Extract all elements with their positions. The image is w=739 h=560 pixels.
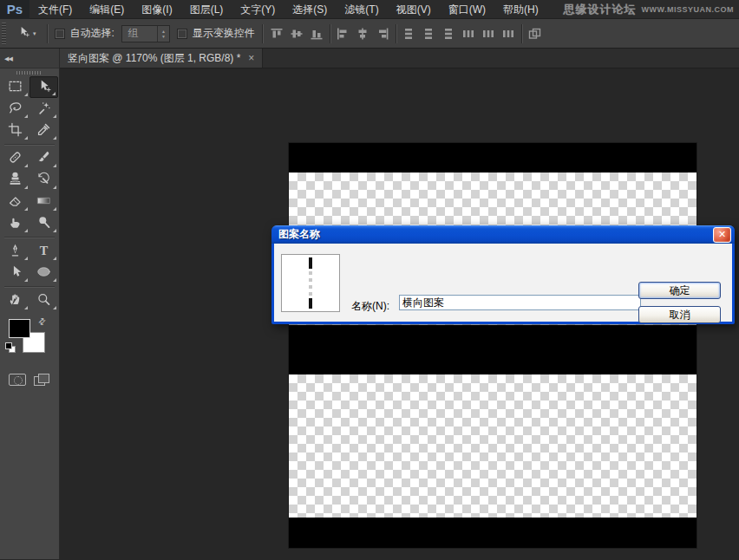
pattern-name-input[interactable] <box>399 295 641 310</box>
cancel-button[interactable]: 取消 <box>638 306 721 323</box>
foreground-color-swatch[interactable] <box>9 319 30 338</box>
auto-select-label: 自动选择: <box>70 26 114 41</box>
ellipse-shape-icon <box>36 264 52 283</box>
dialog-body: 名称(N): 确定 取消 <box>274 244 732 322</box>
menu-type[interactable]: 文字(Y) <box>232 0 284 19</box>
screen-mode-button[interactable] <box>33 373 50 386</box>
auto-select-value: 组 <box>128 26 139 41</box>
tool-move[interactable] <box>29 76 58 98</box>
dialog-titlebar[interactable]: 图案名称 ✕ <box>271 225 735 244</box>
distribute-top-edges-icon[interactable] <box>402 26 416 41</box>
tools-separator <box>1 141 58 147</box>
rectangular-marquee-icon <box>7 78 23 97</box>
spot-healing-brush-icon <box>7 149 23 168</box>
tool-smudge[interactable] <box>1 212 29 234</box>
align-left-edges-icon[interactable] <box>336 26 350 41</box>
menu-view[interactable]: 视图(V) <box>388 0 440 19</box>
align-right-edges-icon[interactable] <box>376 26 390 41</box>
menu-edit[interactable]: 编辑(E) <box>81 0 133 19</box>
show-transform-checkbox[interactable] <box>177 29 187 39</box>
eraser-icon <box>7 192 23 212</box>
distribute-horizontal-centers-icon[interactable] <box>481 26 496 41</box>
tool-lasso[interactable] <box>1 98 29 120</box>
tool-brush[interactable] <box>29 147 58 169</box>
move-icon <box>36 78 52 97</box>
tool-eraser[interactable] <box>1 191 29 212</box>
document-tab[interactable]: 竖向图案 @ 1170% (图层 1, RGB/8) * × <box>60 49 263 68</box>
dialog-close-button[interactable]: ✕ <box>713 227 731 243</box>
tool-eyedropper[interactable] <box>29 120 58 141</box>
chevron-down-icon: ▾ <box>33 30 36 37</box>
auto-align-layers-icon[interactable] <box>527 26 542 41</box>
magic-wand-icon <box>36 100 52 119</box>
separator <box>396 24 396 43</box>
color-swatches: ⇄ <box>0 316 59 361</box>
menu-image[interactable]: 图像(I) <box>133 0 180 19</box>
tool-dodge[interactable] <box>29 212 58 234</box>
align-horizontal-centers-icon[interactable] <box>356 26 370 41</box>
auto-select-dropdown[interactable]: 组 ▲▼ <box>121 25 170 42</box>
default-colors-icon[interactable] <box>5 342 12 349</box>
align-top-edges-icon[interactable] <box>270 26 284 41</box>
pattern-dashed-line <box>309 257 312 309</box>
document-tab-title: 竖向图案 @ 1170% (图层 1, RGB/8) * <box>68 51 240 66</box>
options-grip[interactable] <box>2 23 6 45</box>
type-icon: T <box>36 242 52 261</box>
distribute-vertical-centers-icon[interactable] <box>422 26 436 41</box>
distribute-right-edges-icon[interactable] <box>501 26 516 41</box>
watermark-url: WWW.MISSYUAN.COM <box>642 5 735 14</box>
dropdown-stepper-icon[interactable]: ▲▼ <box>157 26 169 42</box>
show-transform-label: 显示变换控件 <box>193 26 255 41</box>
name-label: 名称(N): <box>351 299 389 314</box>
menu-file[interactable]: 文件(F) <box>29 0 81 19</box>
move-tool-icon <box>16 25 30 42</box>
tool-magic-wand[interactable] <box>29 98 58 120</box>
menu-window[interactable]: 窗口(W) <box>440 0 494 19</box>
auto-select-checkbox[interactable] <box>55 29 65 39</box>
tool-type[interactable]: T <box>29 240 58 262</box>
dialog-title: 图案名称 <box>278 227 713 242</box>
tool-gradient[interactable] <box>29 191 58 212</box>
panel-collapse-button[interactable]: ◀◀ <box>0 49 59 68</box>
align-vertical-centers-icon[interactable] <box>290 26 304 41</box>
menu-bar: Ps 文件(F) 编辑(E) 图像(I) 图层(L) 文字(Y) 选择(S) 滤… <box>0 0 739 19</box>
black-stripe-bottom <box>289 518 696 548</box>
transparent-checker-region <box>289 374 696 518</box>
menu-select[interactable]: 选择(S) <box>284 0 336 19</box>
tool-hand[interactable] <box>1 290 29 311</box>
tool-spot-healing-brush[interactable] <box>1 147 29 169</box>
document[interactable] <box>289 143 696 548</box>
quick-mask-button[interactable] <box>9 374 26 386</box>
tool-clone-stamp[interactable] <box>1 169 29 191</box>
smudge-icon <box>7 214 23 233</box>
separator <box>521 24 522 43</box>
lasso-icon <box>7 100 23 119</box>
tool-preset-picker[interactable]: ▾ <box>13 24 40 42</box>
watermark: 思缘设计论坛 WWW.MISSYUAN.COM <box>564 0 735 19</box>
tools-separator <box>1 234 58 240</box>
tools-grid: T <box>0 76 59 311</box>
separator <box>262 24 263 43</box>
swap-colors-icon[interactable]: ⇄ <box>36 316 48 328</box>
hand-icon <box>7 291 23 310</box>
menu-help[interactable]: 帮助(H) <box>494 0 547 19</box>
align-bottom-edges-icon[interactable] <box>310 26 324 41</box>
watermark-title: 思缘设计论坛 <box>564 2 637 17</box>
distribute-bottom-edges-icon[interactable] <box>441 26 456 41</box>
tab-bar: 竖向图案 @ 1170% (图层 1, RGB/8) * × <box>60 49 739 68</box>
tools-grip[interactable] <box>0 68 59 76</box>
dodge-icon <box>36 214 52 233</box>
separator <box>330 24 330 43</box>
tool-rectangular-marquee[interactable] <box>1 76 29 98</box>
tab-close-icon[interactable]: × <box>248 52 254 64</box>
tool-pen[interactable] <box>1 240 29 262</box>
tool-zoom[interactable] <box>29 290 58 311</box>
menu-layer[interactable]: 图层(L) <box>181 0 232 19</box>
tool-history-brush[interactable] <box>29 169 58 191</box>
menu-filter[interactable]: 滤镜(T) <box>336 0 387 19</box>
tool-path-selection[interactable] <box>1 262 29 283</box>
ok-button[interactable]: 确定 <box>638 282 721 299</box>
tool-ellipse-shape[interactable] <box>29 262 58 283</box>
tool-crop[interactable] <box>1 120 29 141</box>
distribute-left-edges-icon[interactable] <box>461 26 476 41</box>
